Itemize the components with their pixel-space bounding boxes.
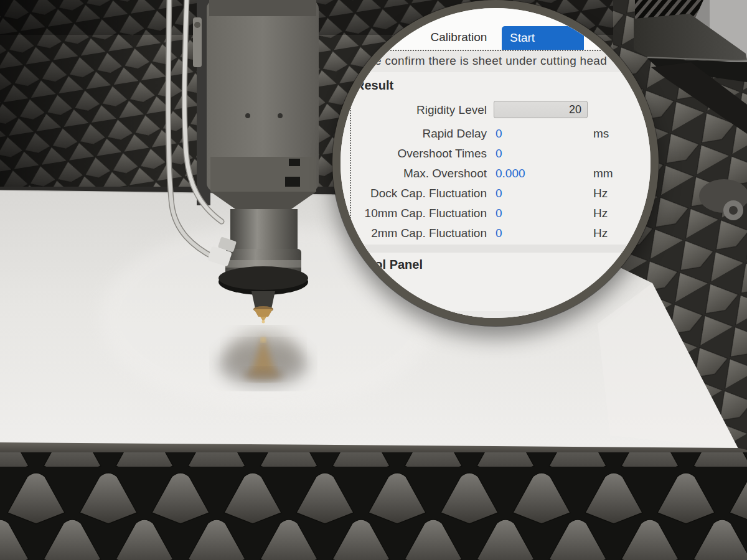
row-value: 0	[496, 184, 502, 203]
result-row-10mm-cap: 10mm Cap. Fluctuation 0 Hz	[341, 203, 643, 223]
screenshot-stage: Calibration Start e confirm there is she…	[0, 0, 747, 560]
tab-start[interactable]: Start	[502, 26, 584, 50]
row-value: 0	[496, 124, 502, 144]
row-label: Overshoot Times	[341, 144, 487, 164]
row-value: 0	[496, 203, 502, 223]
message-text: e confirm there is sheet under cutting h…	[375, 50, 607, 72]
row-label: Rapid Delay	[341, 124, 487, 144]
nozzle-holder	[251, 291, 275, 309]
row-label: Max. Overshoot	[341, 164, 487, 184]
row-unit: Hz	[593, 203, 643, 223]
row-label: 10mm Cap. Fluctuation	[341, 203, 487, 223]
result-row-rigidity: Rigidity Level	[341, 101, 643, 119]
rigidity-level-input[interactable]	[494, 101, 588, 118]
magnifier-circle: Calibration Start e confirm there is she…	[332, 0, 659, 326]
section-divider	[341, 245, 651, 253]
row-unit: ms	[593, 124, 643, 144]
row-label: 2mm Cap. Fluctuation	[341, 223, 487, 243]
row-unit: mm	[593, 164, 643, 184]
result-heading: Result	[355, 78, 393, 93]
result-row-dock-cap: Dock Cap. Fluctuation 0 Hz	[341, 184, 643, 203]
row-value: 0	[496, 223, 502, 243]
row-label: Dock Cap. Fluctuation	[341, 184, 487, 203]
result-row-overshoot-times: Overshoot Times 0	[341, 144, 643, 164]
row-unit: Hz	[593, 223, 643, 243]
result-row-max-overshoot: Max. Overshoot 0.000 mm	[341, 164, 643, 184]
result-row-2mm-cap: 2mm Cap. Fluctuation 0 Hz	[341, 223, 643, 243]
row-unit: Hz	[593, 184, 643, 203]
result-row-rapid-delay: Rapid Delay 0 ms	[341, 124, 643, 144]
row-label: Rigidity Level	[341, 101, 487, 119]
tab-calibration[interactable]: Calibration	[409, 28, 509, 47]
row-value: 0.000	[496, 164, 525, 184]
front-bed	[0, 442, 747, 560]
calibration-panel: Calibration Start e confirm there is she…	[341, 8, 651, 318]
head-neck	[230, 209, 298, 251]
row-value: 0	[496, 144, 502, 164]
